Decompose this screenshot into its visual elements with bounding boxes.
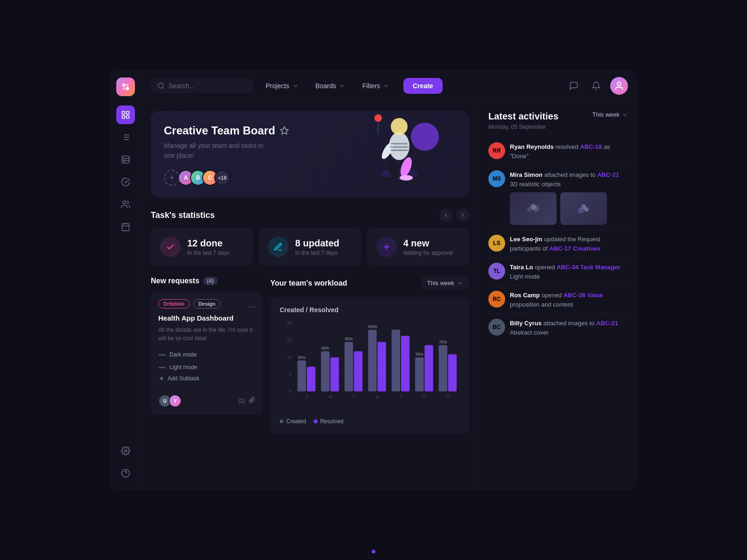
member-count: +18 [214, 170, 230, 186]
svg-point-86 [527, 207, 532, 212]
projects-label: Projects [266, 82, 289, 90]
attachment-icon[interactable] [249, 397, 255, 405]
chart-title: Created / Resolved [280, 306, 460, 314]
activity-item: LS Lee Seo-jin updated the Request parti… [488, 230, 628, 258]
request-card: Dribbble Design ··· Health App Dashboard… [151, 292, 263, 415]
stat-info-updated: 8 updated In the last 7 days [295, 238, 352, 256]
prev-arrow-button[interactable] [439, 209, 452, 222]
page-indicator [372, 550, 375, 553]
subtask-icon-1 [158, 354, 166, 356]
star-icon[interactable] [280, 126, 289, 135]
activity-item: BC Billy Cyrus attached images to ABC-21… [488, 314, 628, 342]
activity-avatar: LS [488, 235, 505, 252]
sidebar-item-boards[interactable] [116, 105, 135, 124]
svg-text:F: F [423, 394, 426, 399]
activity-text: Billy Cyrus attached images to ABC-21 Ab… [510, 319, 628, 337]
svg-text:50%: 50% [298, 356, 306, 360]
activities-title-group: Latest activities Monday, 05 September [488, 111, 558, 130]
requests-title: New requests [151, 277, 199, 285]
sidebar-item-team[interactable] [116, 195, 135, 214]
svg-point-28 [617, 82, 620, 85]
subtask-icon-2 [158, 367, 166, 368]
footer-avatars: U V [158, 394, 182, 407]
svg-text:80%: 80% [345, 337, 353, 341]
filters-nav[interactable]: Filters [358, 79, 394, 92]
main-area: Search... Projects Boards Filters Create [141, 70, 637, 490]
subtask-label-2: Light mode [169, 364, 197, 371]
stat-info-done: 12 done In the last 7 days [187, 238, 244, 256]
svg-text:T: T [400, 394, 402, 399]
svg-rect-5 [126, 112, 129, 114]
svg-point-3 [126, 87, 129, 90]
svg-point-0 [122, 84, 125, 87]
messages-icon-button[interactable] [565, 77, 582, 94]
requests-count: (4) [203, 277, 218, 285]
boards-label: Boards [316, 82, 336, 90]
footer-avatar-2: V [169, 394, 182, 407]
svg-point-32 [391, 118, 408, 135]
hero-card: Creative Team Board Manage all your team… [151, 111, 469, 197]
svg-rect-75 [401, 336, 409, 392]
stat-card-new: 4 new Waiting for approval [367, 228, 469, 266]
workload-title: Your team's workload [270, 279, 347, 287]
activity-image-1 [510, 192, 557, 225]
svg-text:W: W [375, 394, 380, 399]
new-icon-bg [376, 237, 397, 257]
create-button[interactable]: Create [403, 78, 443, 94]
svg-text:10: 10 [287, 355, 291, 360]
activity-item: RC Ros Camp opened ABC-38 Value proposit… [488, 286, 628, 314]
sidebar-item-tasks[interactable] [116, 173, 135, 191]
stat-info-new: 4 new Waiting for approval [403, 238, 460, 256]
subtask-item-2: Light mode [158, 361, 255, 373]
svg-rect-59 [307, 367, 315, 392]
add-subtask-button[interactable]: Add Subtask [158, 373, 255, 384]
sidebar [110, 70, 141, 490]
week-selector[interactable]: This week [421, 277, 469, 289]
lower-row: New requests (4) Dribbble Design ··· [151, 277, 469, 434]
done-icon-bg [160, 237, 181, 257]
sidebar-item-settings[interactable] [116, 441, 135, 460]
app-logo[interactable] [116, 77, 135, 96]
next-arrow-button[interactable] [456, 209, 469, 222]
more-options-button[interactable]: ··· [248, 302, 255, 312]
chevron-right-icon [459, 212, 466, 218]
notifications-icon-button[interactable] [588, 77, 605, 94]
svg-text:M: M [329, 394, 332, 399]
this-week-chevron-icon [621, 112, 628, 118]
stat-new-number: 4 new [403, 238, 460, 249]
svg-rect-67 [354, 351, 362, 392]
tag-design: Design [193, 299, 221, 308]
messages-icon [569, 81, 578, 91]
chart-legend: Created Resolved [280, 418, 460, 425]
this-week-label: This week [592, 111, 620, 118]
sidebar-item-table[interactable] [116, 150, 135, 169]
sidebar-item-help[interactable] [116, 464, 135, 483]
svg-rect-19 [122, 224, 129, 231]
sidebar-item-list[interactable] [116, 128, 135, 147]
boards-nav[interactable]: Boards [311, 79, 350, 92]
workload-panel: Your team's workload This week Created /… [270, 277, 469, 434]
user-avatar[interactable] [610, 77, 628, 95]
content-row: Creative Team Board Manage all your team… [141, 102, 637, 490]
sidebar-item-calendar[interactable] [116, 217, 135, 236]
stat-card-done: 12 done In the last 7 days [151, 228, 253, 266]
chevron-left-icon [443, 212, 449, 218]
week-label: This week [427, 280, 454, 287]
svg-rect-77 [415, 357, 423, 392]
svg-text:55%: 55% [416, 352, 423, 357]
this-week-button[interactable]: This week [592, 111, 628, 118]
requests-panel: New requests (4) Dribbble Design ··· [151, 277, 263, 434]
stats-section-header: Task's statistics [151, 209, 469, 222]
projects-nav[interactable]: Projects [261, 79, 303, 92]
activity-avatar: RC [488, 291, 505, 308]
add-member-button[interactable]: + [164, 170, 180, 186]
svg-rect-81 [439, 345, 447, 391]
activities-date: Monday, 05 September [488, 124, 558, 130]
svg-text:50: 50 [287, 321, 291, 325]
activity-image-2 [560, 192, 607, 225]
svg-point-38 [400, 175, 413, 181]
svg-point-33 [411, 123, 439, 151]
search-bar[interactable]: Search... [151, 78, 254, 93]
tag-dribbble: Dribbble [158, 299, 190, 308]
svg-text:T: T [352, 394, 355, 399]
